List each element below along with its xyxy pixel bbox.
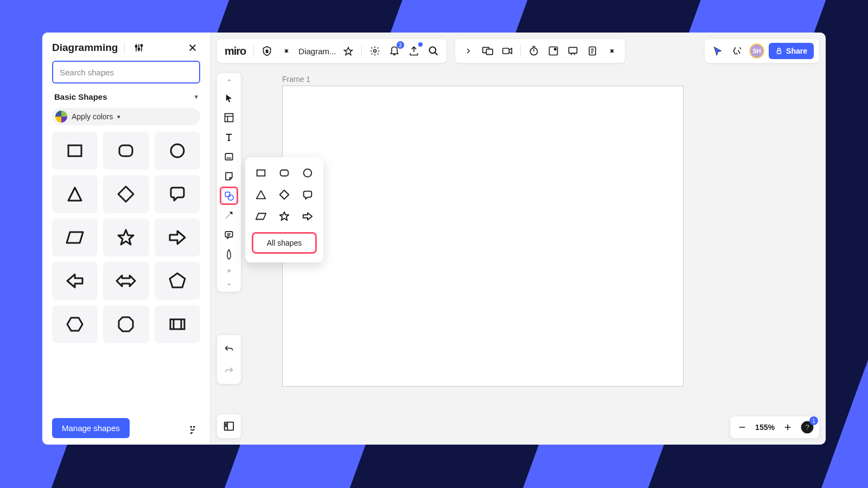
pop-shape-rectangle[interactable] [253, 165, 269, 181]
shape-speech-bubble[interactable] [155, 175, 200, 213]
shape-grid [42, 132, 210, 413]
close-icon[interactable] [185, 40, 200, 55]
svg-point-46 [226, 426, 227, 427]
redo-icon[interactable] [220, 361, 238, 380]
shape-octagon[interactable] [103, 305, 149, 343]
canvas-frame[interactable] [282, 86, 684, 387]
notification-dot [418, 42, 423, 47]
svg-rect-32 [777, 50, 781, 53]
search-input[interactable] [52, 61, 200, 84]
miro-logo[interactable]: miro [222, 45, 248, 57]
shape-arrow-left[interactable] [52, 262, 98, 300]
svg-point-39 [228, 195, 233, 200]
notes-icon[interactable] [585, 43, 600, 59]
shape-rectangle[interactable] [52, 132, 98, 170]
tool-select[interactable] [220, 89, 238, 107]
undo-icon[interactable] [220, 339, 238, 358]
pop-shape-star[interactable] [276, 208, 292, 224]
shape-predefined-process[interactable] [155, 305, 200, 343]
svg-rect-25 [549, 47, 557, 55]
zoom-value[interactable]: 155% [754, 423, 776, 432]
plan-badge-icon[interactable]: 2 [259, 43, 275, 59]
reactions-icon[interactable] [730, 43, 745, 59]
settings-sliders-icon[interactable] [131, 40, 146, 55]
chevron-right-icon[interactable] [461, 43, 476, 59]
gear-icon[interactable] [367, 43, 382, 59]
pop-shape-diamond[interactable] [276, 187, 292, 203]
shape-parallelogram[interactable] [52, 219, 98, 256]
top-toolbar: miro 2 Diagram... 3 [217, 39, 819, 63]
manage-shapes-button[interactable]: Manage shapes [52, 418, 130, 438]
tool-template[interactable] [220, 108, 238, 127]
pop-shape-parallelogram[interactable] [253, 208, 269, 224]
zoom-in-button[interactable] [780, 420, 795, 435]
shape-arrow-right[interactable] [155, 219, 200, 256]
video-icon[interactable] [500, 43, 515, 59]
tool-text[interactable] [220, 128, 238, 146]
tool-note[interactable] [220, 167, 238, 185]
pop-shape-arrow-right[interactable] [299, 208, 316, 224]
frame-label[interactable]: Frame 1 [282, 75, 310, 84]
screen-share-icon[interactable] [480, 43, 495, 59]
help-badge: 1 [809, 416, 818, 425]
share-label: Share [786, 47, 807, 55]
cursor-tracking-icon[interactable] [710, 43, 725, 59]
search-icon[interactable] [426, 43, 441, 59]
shape-star[interactable] [103, 219, 149, 256]
lock-icon [775, 47, 783, 55]
voting-icon[interactable] [546, 43, 561, 59]
zoom-out-button[interactable] [735, 420, 750, 435]
minimap-button[interactable] [217, 414, 241, 438]
tool-arrow[interactable] [220, 206, 238, 224]
canvas[interactable]: Frame 1 [248, 69, 819, 438]
tool-shapes[interactable] [220, 187, 238, 205]
timer-icon[interactable] [526, 43, 541, 59]
share-button[interactable]: Share [769, 43, 814, 59]
pop-shape-circle[interactable] [299, 165, 316, 181]
shape-rounded-rectangle[interactable] [103, 132, 149, 170]
tools-toolbar: ⌃ » ⌄ [217, 73, 241, 292]
shape-double-arrow[interactable] [103, 262, 149, 300]
svg-point-10 [171, 144, 184, 157]
user-avatar[interactable]: SH [749, 43, 764, 59]
shapes-panel: Diagramming Basic Shapes ▾ Apply colors … [42, 33, 210, 445]
notification-badge: 3 [397, 41, 404, 49]
board-name[interactable]: Diagram... [298, 47, 336, 56]
pop-shape-rounded-rectangle[interactable] [276, 165, 292, 181]
svg-point-18 [373, 50, 376, 53]
tool-comment[interactable] [220, 226, 238, 244]
svg-rect-8 [68, 145, 81, 156]
chevron-down-icon: ▾ [117, 113, 120, 120]
pop-shape-speech-bubble[interactable] [299, 187, 316, 203]
star-icon[interactable] [341, 43, 356, 59]
more-apps-icon[interactable] [604, 43, 620, 59]
expand-icon[interactable]: ⌄ [226, 277, 232, 288]
help-button[interactable]: ? 1 [800, 420, 815, 435]
feedback-icon[interactable] [185, 421, 200, 436]
board-menu-icon[interactable] [279, 43, 294, 59]
shape-pentagon[interactable] [155, 262, 200, 300]
app-frame: Diagramming Basic Shapes ▾ Apply colors … [42, 33, 826, 445]
svg-point-16 [194, 426, 195, 427]
section-basic-shapes[interactable]: Basic Shapes ▾ [42, 90, 210, 104]
shape-triangle[interactable] [52, 175, 98, 213]
tool-sticky[interactable] [220, 147, 238, 166]
apply-colors-button[interactable]: Apply colors ▾ [52, 108, 200, 125]
tool-pen[interactable] [220, 245, 238, 264]
pop-shape-triangle[interactable] [253, 187, 269, 203]
export-icon[interactable] [406, 43, 422, 59]
shape-diamond[interactable] [103, 175, 149, 213]
present-icon[interactable] [565, 43, 580, 59]
panel-title: Diagramming [52, 42, 118, 54]
shape-hexagon[interactable] [52, 305, 98, 343]
bell-icon[interactable]: 3 [387, 43, 402, 59]
svg-rect-9 [119, 145, 132, 156]
all-shapes-button[interactable]: All shapes [252, 232, 317, 254]
svg-rect-36 [225, 153, 232, 160]
svg-point-3 [136, 46, 137, 47]
more-tools-icon[interactable]: » [227, 265, 231, 276]
panel-header: Diagramming [42, 33, 210, 61]
collapse-icon[interactable]: ⌃ [226, 76, 232, 88]
shape-circle[interactable] [155, 132, 200, 170]
svg-rect-38 [225, 192, 229, 196]
